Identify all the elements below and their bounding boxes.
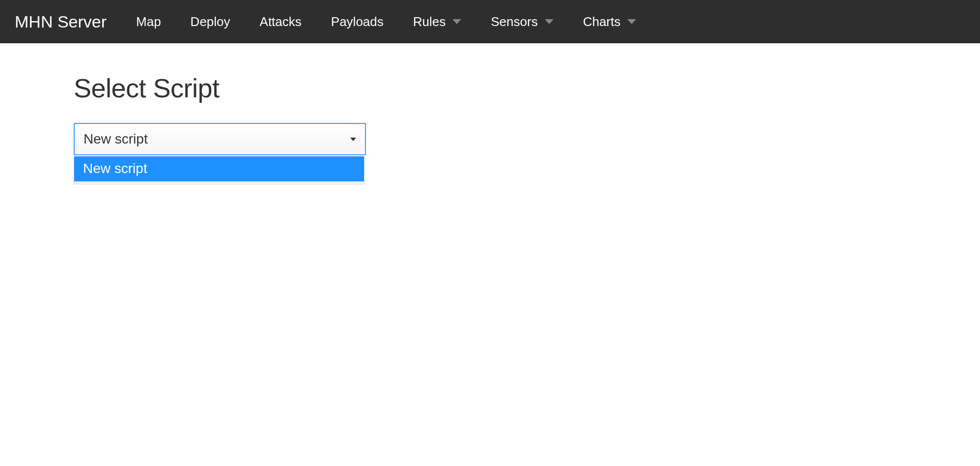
main-content: Select Script New script New scriptUbunt…: [0, 43, 980, 185]
nav-item-map[interactable]: Map: [136, 14, 161, 29]
chevron-down-icon: [350, 138, 356, 141]
nav-item-deploy[interactable]: Deploy: [191, 14, 230, 29]
nav-item-label: Map: [136, 14, 161, 29]
nav-list: MapDeployAttacksPayloadsRulesSensorsChar…: [136, 14, 636, 29]
nav-item-label: Rules: [413, 14, 446, 29]
navbar: MHN Server MapDeployAttacksPayloadsRules…: [0, 0, 980, 43]
script-select-wrapper: New script New scriptUbuntu - ConpotUbun…: [74, 123, 366, 155]
chevron-down-icon: [545, 19, 554, 24]
nav-item-label: Sensors: [491, 14, 537, 29]
nav-item-sensors[interactable]: Sensors: [491, 14, 553, 29]
script-option[interactable]: Ubuntu - Conpot: [74, 181, 364, 185]
svg-marker-2: [627, 19, 636, 24]
svg-marker-0: [452, 19, 461, 24]
nav-item-label: Attacks: [260, 14, 302, 29]
brand-title[interactable]: MHN Server: [15, 12, 107, 31]
nav-item-label: Payloads: [331, 14, 384, 29]
nav-item-attacks[interactable]: Attacks: [260, 14, 302, 29]
page-title: Select Script: [74, 73, 906, 103]
script-select-value: New script: [84, 131, 148, 147]
nav-item-label: Deploy: [191, 14, 230, 29]
chevron-down-icon: [627, 19, 636, 24]
script-dropdown: New scriptUbuntu - ConpotUbuntu - Drupot…: [74, 156, 364, 185]
nav-item-payloads[interactable]: Payloads: [331, 14, 384, 29]
nav-item-charts[interactable]: Charts: [583, 14, 637, 29]
chevron-down-icon: [452, 19, 461, 24]
nav-item-label: Charts: [583, 14, 621, 29]
script-select[interactable]: New script: [74, 123, 366, 155]
script-option[interactable]: New script: [74, 156, 364, 181]
nav-item-rules[interactable]: Rules: [413, 14, 461, 29]
svg-marker-1: [545, 19, 554, 24]
